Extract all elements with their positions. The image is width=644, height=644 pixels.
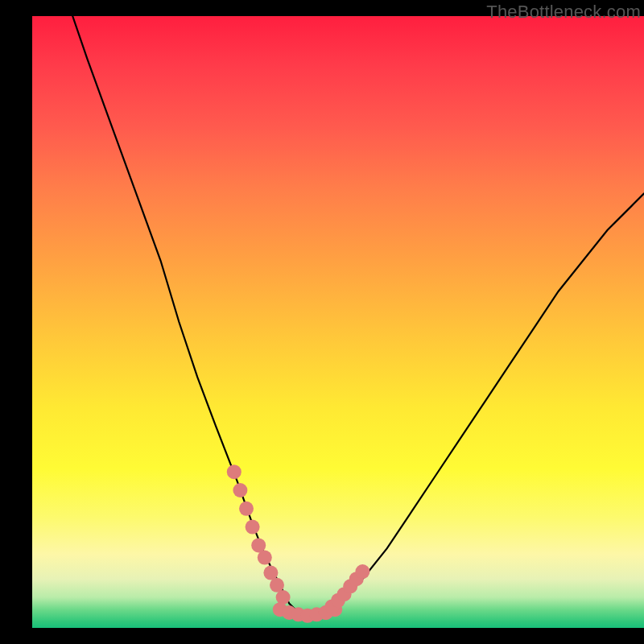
highlight-dot	[239, 502, 254, 516]
highlight-dot	[355, 564, 369, 579]
watermark-text: TheBottleneck.com	[486, 2, 641, 23]
highlight-dot	[246, 520, 260, 535]
highlight-dot	[276, 590, 291, 605]
highlight-dot	[227, 464, 242, 479]
highlight-dot	[258, 551, 272, 565]
highlight-dots-group	[227, 464, 370, 623]
bottleneck-curve	[72, 16, 644, 616]
plot-area	[32, 16, 644, 628]
chart-frame: TheBottleneck.com	[16, 0, 644, 628]
curve-layer	[32, 16, 644, 628]
highlight-dot	[233, 483, 247, 497]
